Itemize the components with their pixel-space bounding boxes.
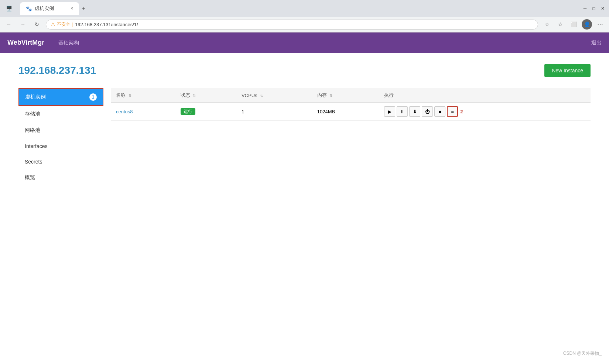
browser-chrome: 🖥️ 🐾 虚机实例 × + ─ □ ✕ ← → ↻ ⚠ 不安全 | 192.16… xyxy=(0,0,609,32)
instances-table-area: 名称 ⇅ 状态 ⇅ VCPUs ⇅ 内存 ⇅ xyxy=(103,88,591,186)
sort-memory-icon: ⇅ xyxy=(329,93,332,97)
instance-actions-cell: ▶ ⏸ ⬇ ⏻ ■ ≡ 2 xyxy=(379,103,591,121)
sidebar-item-label-interfaces: Interfaces xyxy=(25,143,47,149)
sidebar-item-label-storage: 存储池 xyxy=(25,111,40,117)
minimize-button[interactable]: ─ xyxy=(582,6,588,11)
instance-link[interactable]: centos8 xyxy=(116,109,133,114)
sidebar: 虚机实例 1 存储池 网络池 Interfaces Secrets 概览 xyxy=(18,88,103,186)
main-layout: 虚机实例 1 存储池 网络池 Interfaces Secrets 概览 xyxy=(18,88,591,186)
table-header-row: 名称 ⇅ 状态 ⇅ VCPUs ⇅ 内存 ⇅ xyxy=(111,88,591,103)
col-vcpus[interactable]: VCPUs ⇅ xyxy=(236,88,312,103)
bookmark2-icon[interactable]: ☆ xyxy=(555,19,565,30)
sidebar-item-secrets[interactable]: Secrets xyxy=(18,154,103,169)
nav-infrastructure[interactable]: 基础架构 xyxy=(55,38,82,48)
forward-button[interactable]: → xyxy=(18,19,28,30)
pause-button[interactable]: ⏸ xyxy=(397,106,408,117)
menu-badge: 2 xyxy=(460,109,463,114)
vm-instance-badge: 1 xyxy=(89,93,97,101)
browser-menu-button[interactable]: ⋯ xyxy=(595,19,605,30)
action-buttons: ▶ ⏸ ⬇ ⏻ ■ ≡ 2 xyxy=(384,106,585,117)
sidebar-item-label-network: 网络池 xyxy=(25,127,40,133)
sort-name-icon: ⇅ xyxy=(129,93,131,97)
security-indicator: ⚠ 不安全 | xyxy=(51,21,73,28)
status-badge: 运行 xyxy=(181,108,195,115)
memory-value: 1024MB xyxy=(317,109,335,114)
window-icon: 🖥️ xyxy=(4,3,14,14)
security-label: 不安全 xyxy=(57,21,70,28)
bookmark-star-icon[interactable]: ☆ xyxy=(542,19,552,30)
window-controls: ─ □ ✕ xyxy=(582,6,605,11)
sidebar-item-overview[interactable]: 概览 xyxy=(18,169,103,186)
col-memory[interactable]: 内存 ⇅ xyxy=(312,88,379,103)
watermark: CSDN @天外采物_ xyxy=(563,350,602,357)
url-bar[interactable]: ⚠ 不安全 | 192.168.237.131/instances/1/ xyxy=(46,20,538,30)
instance-vcpus-cell: 1 xyxy=(236,103,312,121)
power-button[interactable]: ⏻ xyxy=(422,106,433,117)
sidebar-item-interfaces[interactable]: Interfaces xyxy=(18,138,103,154)
sidebar-item-label-overview: 概览 xyxy=(25,174,35,180)
host-ip: 192.168.237.131 xyxy=(18,65,96,76)
url-text: 192.168.237.131/instances/1/ xyxy=(75,22,138,27)
sort-status-icon: ⇅ xyxy=(193,93,196,97)
app-logo: WebVirtMgr xyxy=(7,39,44,47)
logout-button[interactable]: 退出 xyxy=(591,40,602,46)
stop-button[interactable]: ■ xyxy=(434,106,445,117)
sidebar-item-label-secrets: Secrets xyxy=(25,159,42,165)
close-button[interactable]: ✕ xyxy=(600,6,605,11)
sidebar-item-storage[interactable]: 存储池 xyxy=(18,106,103,122)
new-tab-button[interactable]: + xyxy=(79,2,88,15)
menu-button[interactable]: ≡ xyxy=(447,106,458,117)
vcpus-value: 1 xyxy=(242,109,244,114)
instance-name-cell: centos8 xyxy=(111,103,175,121)
download-button[interactable]: ⬇ xyxy=(409,106,420,117)
back-button[interactable]: ← xyxy=(4,19,14,30)
separator: | xyxy=(72,22,73,27)
play-button[interactable]: ▶ xyxy=(384,106,395,117)
col-actions: 执行 xyxy=(379,88,591,103)
tab-close-button[interactable]: × xyxy=(71,6,73,11)
warning-icon: ⚠ xyxy=(51,21,55,27)
instance-memory-cell: 1024MB xyxy=(312,103,379,121)
page-content: 192.168.237.131 New Instance 虚机实例 1 存储池 … xyxy=(0,53,609,197)
sidebar-item-vm-instances[interactable]: 虚机实例 1 xyxy=(18,88,103,106)
instances-table: 名称 ⇅ 状态 ⇅ VCPUs ⇅ 内存 ⇅ xyxy=(111,88,591,121)
sort-vcpus-icon: ⇅ xyxy=(260,94,263,98)
tab-favicon: 🐾 xyxy=(26,6,32,11)
url-bar-actions: ☆ ☆ ⬜ 👤 ⋯ xyxy=(542,19,605,30)
table-row: centos8 运行 1 1024MB ▶ xyxy=(111,103,591,121)
maximize-button[interactable]: □ xyxy=(591,6,596,11)
tab-bar: 🐾 虚机实例 × + xyxy=(16,2,580,15)
address-bar: ← → ↻ ⚠ 不安全 | 192.168.237.131/instances/… xyxy=(0,17,609,32)
new-instance-button[interactable]: New Instance xyxy=(544,64,591,77)
page-host-header: 192.168.237.131 New Instance xyxy=(18,64,591,77)
title-bar: 🖥️ 🐾 虚机实例 × + ─ □ ✕ xyxy=(0,0,609,17)
sidebar-item-network[interactable]: 网络池 xyxy=(18,122,103,138)
instance-status-cell: 运行 xyxy=(175,103,236,121)
cast-icon[interactable]: ⬜ xyxy=(568,19,579,30)
tab-title: 虚机实例 xyxy=(35,5,54,12)
active-tab[interactable]: 🐾 虚机实例 × xyxy=(20,2,79,15)
col-name[interactable]: 名称 ⇅ xyxy=(111,88,175,103)
profile-button[interactable]: 👤 xyxy=(582,19,592,30)
col-status[interactable]: 状态 ⇅ xyxy=(175,88,236,103)
app-header: WebVirtMgr 基础架构 退出 xyxy=(0,32,609,53)
refresh-button[interactable]: ↻ xyxy=(32,19,42,30)
sidebar-item-label-vm: 虚机实例 xyxy=(25,94,46,100)
